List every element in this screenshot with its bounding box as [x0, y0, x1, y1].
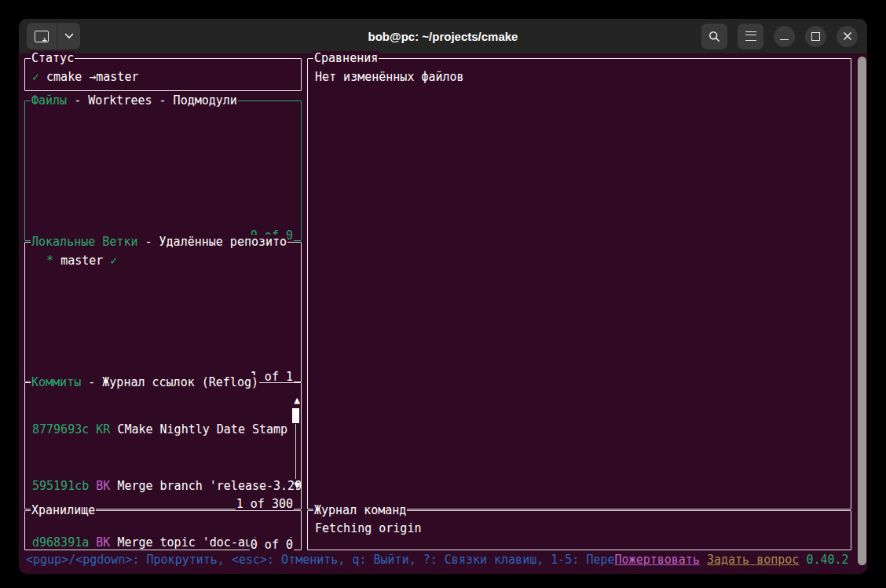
keybindings-hint: <pgup>/<pgdown>: Прокрутить, <esc>: Отме… — [26, 553, 615, 567]
commits-scrollbar-track — [295, 424, 296, 479]
close-icon — [843, 31, 852, 41]
tab-commits[interactable]: Коммиты — [31, 375, 81, 389]
tab-dropdown-button[interactable] — [57, 23, 80, 49]
commit-subject: CMake Nightly Date Stamp — [117, 422, 287, 436]
chevron-down-icon — [64, 33, 74, 39]
commits-panel-title: Коммиты - Журнал ссылок (Reflog) — [31, 375, 259, 389]
maximize-icon — [811, 32, 820, 41]
command-log-panel[interactable]: Журнал команд Fetching origin — [307, 510, 851, 550]
commits-counter: 1 of 300 — [236, 497, 294, 511]
tab-local-branches[interactable]: Локальные Ветки — [31, 235, 137, 249]
commit-subject: Merge branch 'release-3.29 — [117, 479, 302, 493]
files-panel-title: Файлы - Worktrees - Подмодули — [31, 93, 238, 108]
stash-panel[interactable]: Хранилище 0 of 0 — [24, 510, 302, 550]
commit-hash: 595191cb — [32, 479, 89, 493]
close-button[interactable] — [837, 26, 858, 47]
compare-panel-body: Нет изменённых файлов — [308, 59, 851, 84]
tab-remotes[interactable]: - Удалённые репозито — [137, 235, 287, 249]
status-line: <pgup>/<pgdown>: Прокрутить, <esc>: Отме… — [26, 553, 849, 567]
search-button[interactable] — [701, 24, 727, 49]
minimize-button[interactable] — [774, 26, 795, 47]
new-tab-button[interactable] — [27, 23, 57, 49]
command-log-title: Журнал команд — [313, 503, 407, 517]
current-branch-marker: * — [46, 254, 53, 268]
maximize-button[interactable] — [805, 26, 826, 47]
commit-row[interactable]: 8779693c KR CMake Nightly Date Stamp — [32, 422, 301, 436]
commits-panel[interactable]: Коммиты - Журнал ссылок (Reflog) 8779693… — [24, 382, 302, 509]
branches-panel-title: Локальные Ветки - Удалённые репозито — [31, 235, 287, 249]
status-panel-title: Статус — [31, 51, 75, 65]
tab-reflog[interactable]: - Журнал ссылок (Reflog) — [81, 375, 258, 389]
stash-panel-title: Хранилище — [31, 503, 96, 517]
compare-panel-title: Сравнения — [313, 51, 379, 65]
window-controls — [701, 23, 858, 49]
donate-link[interactable]: Пожертвовать — [615, 553, 700, 567]
tab-controls — [27, 23, 80, 49]
new-tab-icon — [35, 31, 49, 42]
menu-button[interactable] — [738, 24, 763, 49]
arrow-icon: → — [89, 70, 96, 84]
repo-name: cmake — [46, 70, 82, 84]
version-label: 0.40.2 — [806, 553, 848, 567]
tab-files[interactable]: Файлы — [31, 93, 67, 108]
status-panel[interactable]: Статус ✓ cmake →master — [24, 58, 302, 91]
headerbar: bob@pc: ~/projects/cmake — [19, 19, 867, 53]
branch-name: master — [96, 70, 138, 84]
terminal-content: Статус ✓ cmake →master Файлы - Worktrees… — [19, 53, 867, 574]
minimize-icon — [780, 39, 789, 40]
hamburger-icon — [745, 31, 756, 41]
branch-name: master — [60, 254, 103, 268]
compare-panel[interactable]: Сравнения Нет изменённых файлов — [307, 58, 851, 509]
terminal-scrollbar[interactable] — [858, 57, 866, 565]
files-panel[interactable]: Файлы - Worktrees - Подмодули 0 of 0 — [24, 100, 302, 241]
search-icon — [708, 31, 720, 42]
scroll-down-icon[interactable]: ▼ — [294, 478, 300, 492]
commits-scrollbar-thumb[interactable] — [292, 408, 299, 423]
commit-author-initials: KR — [96, 422, 110, 436]
tab-worktrees-submodules[interactable]: - Worktrees - Подмодули — [67, 93, 237, 108]
ask-question-link[interactable]: Задать вопрос — [707, 553, 799, 567]
branches-panel[interactable]: Локальные Ветки - Удалённые репозито * m… — [24, 242, 302, 382]
check-icon: ✓ — [110, 254, 117, 268]
terminal-window: bob@pc: ~/projects/cmake Статус ✓ cmake … — [19, 19, 867, 574]
commit-row[interactable]: 595191cb BK Merge branch 'release-3.29 — [32, 479, 301, 493]
stash-counter: 0 of 0 — [250, 538, 294, 552]
commit-author-initials: BK — [96, 479, 110, 493]
commit-hash: 8779693c — [32, 422, 89, 436]
check-icon: ✓ — [32, 70, 39, 84]
scroll-up-icon[interactable]: ▲ — [294, 393, 300, 407]
